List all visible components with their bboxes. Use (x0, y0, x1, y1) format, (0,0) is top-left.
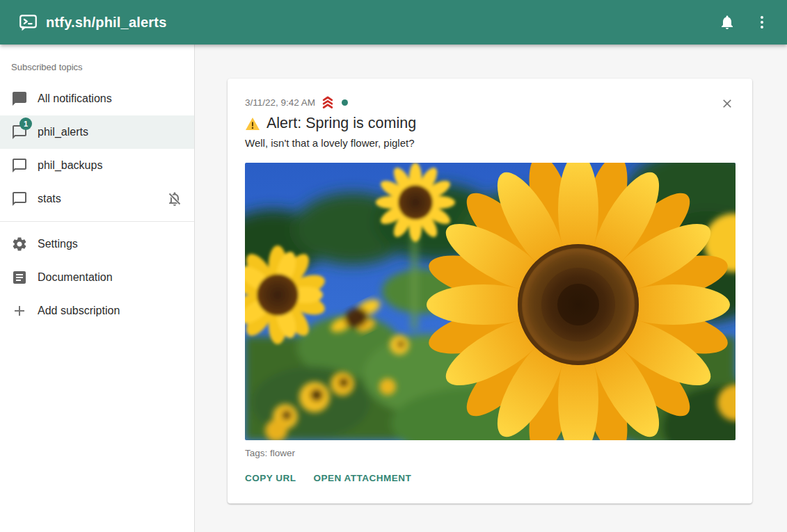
overflow-menu-button[interactable] (748, 8, 776, 36)
chat-bubble-outline-icon (11, 191, 28, 207)
unread-dot (342, 99, 348, 106)
sidebar-item-add-subscription[interactable]: Add subscription (0, 294, 194, 328)
sidebar: Subscribed topics All notifications 1 ph… (0, 45, 195, 532)
sidebar-item-label: phil_backups (38, 159, 102, 172)
chat-bubble-filled-icon (11, 90, 28, 107)
warning-triangle-icon (245, 117, 260, 131)
sidebar-item-label: stats (38, 193, 61, 205)
sidebar-item-stats[interactable]: stats (0, 182, 194, 216)
close-notification-button[interactable] (717, 94, 737, 113)
sidebar-divider (0, 221, 194, 222)
sidebar-header: Subscribed topics (0, 45, 194, 82)
notification-actions: COPY URL OPEN ATTACHMENT (245, 471, 735, 485)
sidebar-item-phil-backups[interactable]: phil_backups (0, 149, 194, 182)
more-vert-icon (754, 14, 770, 31)
copy-url-button[interactable]: COPY URL (245, 471, 296, 485)
open-attachment-button[interactable]: OPEN ATTACHMENT (314, 471, 412, 485)
priority-high-triple-chevron-icon (320, 95, 335, 109)
unread-count-badge: 1 (19, 118, 32, 130)
sidebar-item-phil-alerts[interactable]: 1 phil_alerts (0, 115, 194, 149)
notifications-bell-button[interactable] (713, 8, 741, 36)
main-content: 3/11/22, 9:42 AM (195, 45, 787, 532)
notification-card: 3/11/22, 9:42 AM (228, 79, 752, 503)
notification-body: Well, isn't that a lovely flower, piglet… (245, 136, 735, 150)
notification-title: Alert: Spring is coming (267, 114, 416, 133)
notification-meta-row: 3/11/22, 9:42 AM (245, 97, 735, 108)
article-icon (11, 269, 28, 286)
notification-timestamp: 3/11/22, 9:42 AM (245, 97, 315, 108)
gear-icon (11, 236, 28, 252)
plus-icon (11, 303, 28, 319)
sidebar-item-documentation[interactable]: Documentation (0, 261, 194, 294)
sidebar-item-label: All notifications (38, 92, 112, 105)
notification-title-row: Alert: Spring is coming (245, 114, 735, 133)
chat-bubble-outline-icon (11, 157, 28, 174)
app-bar: ntfy.sh/phil_alerts (0, 0, 787, 45)
sidebar-item-all-notifications[interactable]: All notifications (0, 82, 194, 115)
sidebar-item-label: Documentation (38, 271, 113, 284)
app-title: ntfy.sh/phil_alerts (46, 15, 166, 31)
sidebar-item-settings[interactable]: Settings (0, 227, 194, 261)
notification-tags: Tags: flower (245, 448, 735, 458)
sidebar-item-label: Settings (38, 238, 78, 250)
notifications-bell-icon (719, 14, 736, 31)
sidebar-item-label: Add subscription (38, 305, 120, 317)
ntfy-logo-icon (19, 13, 38, 32)
attachment-image[interactable] (245, 163, 736, 440)
notifications-off-icon (166, 191, 183, 207)
sidebar-item-label: phil_alerts (38, 126, 88, 138)
